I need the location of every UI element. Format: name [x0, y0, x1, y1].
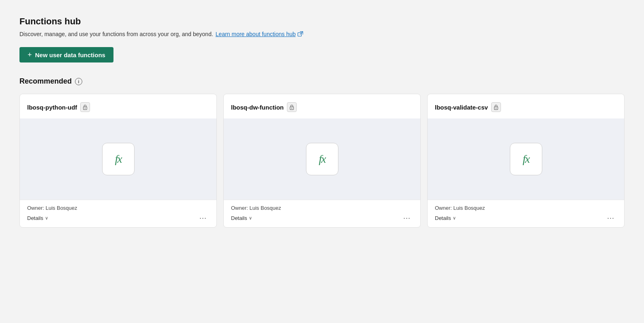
card-2-fx-icon: fx — [306, 143, 338, 175]
card-3-chevron-icon: ∨ — [453, 215, 456, 221]
new-function-btn-label: New user data functions — [35, 52, 105, 58]
card-3-more-button[interactable]: ··· — [605, 213, 617, 222]
card-1-owner: Owner: Luis Bosquez — [27, 205, 209, 211]
learn-more-link[interactable]: Learn more about functions hub — [216, 31, 303, 37]
card-1-lock-badge — [80, 102, 90, 112]
card-1-footer: Owner: Luis Bosquez Details ∨ ··· — [20, 200, 216, 227]
card-1-footer-row: Details ∨ ··· — [27, 213, 209, 222]
card-3-title: lbosq-validate-csv — [435, 104, 488, 111]
plus-icon: + — [28, 51, 32, 58]
card-3-fx-text: fx — [522, 153, 529, 166]
card-2-footer-row: Details ∨ ··· — [231, 213, 413, 222]
svg-point-7 — [496, 108, 496, 109]
card-2-header: lbosq-dw-function — [224, 94, 420, 114]
description-text: Discover, manage, and use your functions… — [19, 31, 213, 37]
svg-point-3 — [85, 108, 86, 109]
card-2-footer: Owner: Luis Bosquez Details ∨ ··· — [224, 200, 420, 227]
card-1-title: lbosq-python-udf — [27, 104, 77, 111]
card-1-details-button[interactable]: Details ∨ — [27, 215, 48, 221]
svg-rect-0 — [297, 33, 301, 37]
card-2-chevron-icon: ∨ — [249, 215, 252, 221]
lock-icon — [493, 104, 499, 110]
svg-point-5 — [291, 108, 292, 109]
lock-icon — [82, 104, 88, 110]
card-1-header: lbosq-python-udf — [20, 94, 216, 114]
lock-icon — [289, 104, 295, 110]
function-card-3[interactable]: lbosq-validate-csv fx Owner: Luis Bosque… — [427, 94, 625, 228]
card-2-fx-text: fx — [319, 153, 325, 166]
new-user-data-functions-button[interactable]: + New user data functions — [19, 47, 113, 62]
card-1-fx-text: fx — [115, 153, 121, 166]
function-card-2[interactable]: lbosq-dw-function fx Owner: Luis Bosquez… — [223, 94, 421, 228]
card-2-image-area: fx — [224, 118, 420, 200]
page-description: Discover, manage, and use your functions… — [19, 31, 625, 37]
card-1-image-area: fx — [20, 118, 216, 200]
card-2-details-label: Details — [231, 215, 247, 221]
card-1-details-label: Details — [27, 215, 43, 221]
card-1-more-button[interactable]: ··· — [197, 213, 209, 222]
info-icon[interactable]: i — [75, 78, 82, 85]
learn-more-text: Learn more about functions hub — [216, 31, 296, 37]
card-3-details-label: Details — [435, 215, 451, 221]
card-1-fx-icon: fx — [102, 143, 135, 175]
card-2-lock-badge — [287, 102, 297, 112]
recommended-label: Recommended — [19, 77, 72, 86]
card-1-chevron-icon: ∨ — [45, 215, 48, 221]
card-2-more-button[interactable]: ··· — [401, 213, 413, 222]
card-3-lock-badge — [491, 102, 501, 112]
function-card-1[interactable]: lbosq-python-udf fx Owner: Luis Bosquez … — [19, 94, 217, 228]
external-link-icon — [297, 31, 303, 37]
card-2-owner: Owner: Luis Bosquez — [231, 205, 413, 211]
card-3-footer-row: Details ∨ ··· — [435, 213, 617, 222]
card-2-details-button[interactable]: Details ∨ — [231, 215, 252, 221]
recommended-section-header: Recommended i — [19, 77, 625, 86]
card-3-owner: Owner: Luis Bosquez — [435, 205, 617, 211]
card-3-details-button[interactable]: Details ∨ — [435, 215, 456, 221]
card-3-fx-icon: fx — [510, 143, 542, 175]
page-title: Functions hub — [19, 16, 625, 27]
card-2-title: lbosq-dw-function — [231, 104, 284, 111]
card-3-image-area: fx — [428, 118, 624, 200]
card-3-header: lbosq-validate-csv — [428, 94, 624, 114]
card-3-footer: Owner: Luis Bosquez Details ∨ ··· — [428, 200, 624, 227]
cards-grid: lbosq-python-udf fx Owner: Luis Bosquez … — [19, 94, 625, 228]
